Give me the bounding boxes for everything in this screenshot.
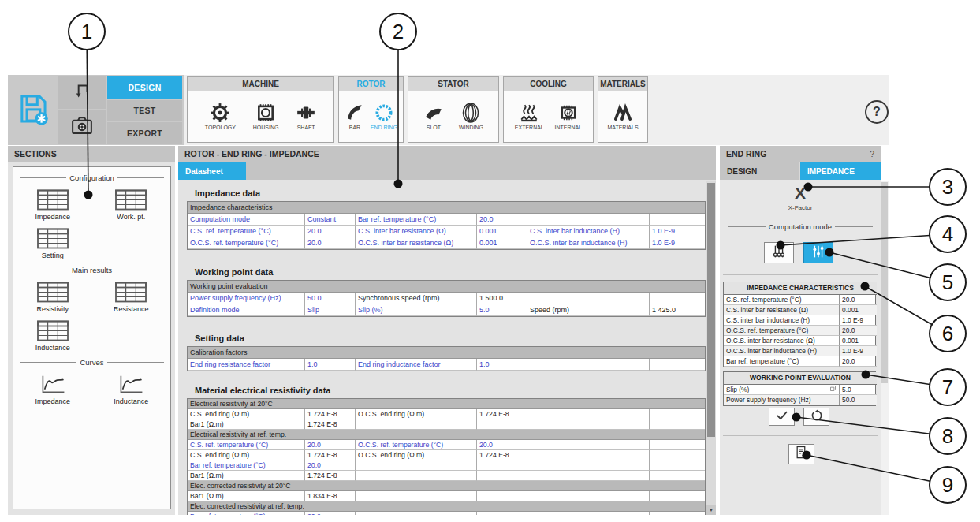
screenshot-button[interactable] [58,110,106,144]
datasheet-table: Working point evaluationPower supply fre… [187,280,706,317]
toolbar-item-external[interactable]: EXTERNAL [515,103,544,130]
section-heading: Setting data [195,334,716,343]
sliders-mixed-icon [810,243,827,263]
computation-mode-variable-button[interactable] [803,242,833,263]
tab-panel-design[interactable]: DESIGN [720,162,800,180]
sidebar-item-inductance[interactable]: Inductance [92,374,171,405]
param-value[interactable]: 1.0 E-9 [840,315,877,326]
toolbar-groups: MACHINETOPOLOGYHOUSINGSHAFTROTORBAREND R… [187,76,648,143]
param-label: O.C.S. ref. temperature (°C) [724,326,840,336]
param-value[interactable]: 20.0 [305,460,356,471]
param-label [527,419,650,430]
param-value[interactable]: 5.0 [477,304,527,316]
endring-panel: X X-Factor Computation mode IMPEDANCE CH… [720,180,881,515]
param-label [356,512,477,515]
toolbar-item-topology[interactable]: TOPOLOGY [205,103,236,130]
x-factor-button[interactable]: X [720,185,881,201]
sidebar-item-impedance[interactable]: Impedance [13,374,92,405]
param-value[interactable]: 20.0 [840,326,877,336]
housing-icon [255,103,276,123]
result-value [650,512,705,515]
tab-panel-impedance[interactable]: IMPEDANCE [800,162,881,180]
param-value[interactable]: 50.0 [305,293,356,304]
param-label [527,491,650,501]
toolbar-item-end-ring[interactable]: END RING [371,103,397,130]
save-icon [15,91,51,130]
tab-test[interactable]: TEST [107,100,182,121]
sidebar-item-setting[interactable]: Setting [13,228,92,259]
param-label [527,450,650,460]
sidebar-item-work-pt-[interactable]: Work. pt. [92,189,171,221]
param-value[interactable]: 20.0 [305,512,356,515]
save-button[interactable] [9,76,57,144]
panel-help-icon[interactable]: ? [870,149,874,158]
toolbar-group-cooling: COOLINGEXTERNALINTERNAL [503,76,594,143]
param-value[interactable]: Constant [305,214,356,226]
sidebar-item-label: Inductance [35,344,70,352]
param-label: Bar1 (Ω.m) [188,471,305,481]
result-value [477,471,527,481]
tab-export[interactable]: EXPORT [107,122,182,144]
param-value[interactable]: 20.0 [477,214,527,226]
table-group-header: Electrical resistivity at ref. temp. [188,430,705,440]
param-value[interactable]: 0.001 [840,336,877,346]
param-value[interactable]: 50.0 [840,395,877,405]
result-value: 1.724 E-8 [305,409,356,419]
table-icon [115,282,147,303]
param-label: O.C.S. inter bar resistance (Ω) [724,336,840,346]
param-value[interactable]: 20.0 [840,356,877,367]
param-value[interactable]: 20.0 [477,440,527,450]
param-value[interactable]: 1.0 E-9 [840,346,877,356]
toolbar-item-shaft[interactable]: SHAFT [296,103,316,130]
toolbar-item-materials[interactable]: MATERIALS [607,103,638,130]
param-value[interactable]: 0.001 [477,226,527,237]
toolbar-item-housing[interactable]: HOUSING [253,103,279,130]
param-value[interactable]: 1.0 [477,359,527,371]
toolbar-item-label: EXTERNAL [515,125,544,130]
param-value[interactable]: 20.0 [305,440,356,450]
param-value[interactable]: 20.0 [840,295,877,305]
tab-datasheet[interactable]: Datasheet [178,162,246,180]
toolbar-item-internal[interactable]: INTERNAL [555,103,583,130]
sidebar-item-label: Resistance [114,305,149,313]
param-value[interactable]: Slip [305,304,356,316]
table-group-header: Elec. corrected resistivity at 20°C [188,481,705,491]
toolbar-item-bar[interactable]: BAR [345,103,365,130]
tab-design[interactable]: DESIGN [107,76,182,99]
computation-mode-constant-button[interactable] [764,242,794,263]
param-label: Power supply frequency (Hz) [188,293,305,304]
param-value[interactable]: 20.0 [305,226,356,237]
panel-scrollbar-thumb[interactable] [881,182,888,383]
toolbar-item-label: WINDING [459,125,483,130]
param-value[interactable]: 1.0 E-9 [650,226,705,237]
param-value[interactable]: 20.0 [305,237,356,249]
param-value[interactable]: 1.0 [305,359,356,371]
toolbar-item-label: INTERNAL [555,125,583,130]
toolbar-item-winding[interactable]: WINDING [459,103,483,130]
table-group-header: Impedance characteristics [188,202,705,214]
toolbar-group-body: MATERIALS [598,91,647,142]
toolbar-item-slot[interactable]: SLOT [423,103,444,130]
reset-button[interactable] [803,408,829,426]
help-icon[interactable]: ? [865,100,889,124]
undo-button[interactable] [58,76,106,109]
param-label: O.C.S. ref. temperature (°C) [356,440,477,450]
sidebar-item-resistivity[interactable]: Resistivity [13,282,92,313]
apply-button[interactable] [769,408,795,426]
sidebar-item-impedance[interactable]: Impedance [13,189,92,221]
datasheet-table: Calibration factorsEnd ring resistance f… [187,346,706,371]
table-icon [37,189,69,211]
param-value[interactable]: 5.0 [840,385,877,395]
checkmark-icon [775,408,789,426]
param-value[interactable]: 1.0 E-9 [650,237,705,249]
scrollbar-thumb[interactable] [707,183,715,437]
sidebar-item-inductance[interactable]: Inductance [13,320,92,352]
sidebar-item-label: Impedance [35,397,70,405]
export-report-button[interactable] [788,444,814,464]
param-value[interactable]: 0.001 [477,237,527,249]
panel-tabrow: DESIGN IMPEDANCE [720,162,881,180]
scrollbar-down-arrow[interactable]: ▼ [706,505,716,515]
page-title: ROTOR - END RING - IMPEDANCE [184,149,319,158]
sidebar-item-resistance[interactable]: Resistance [92,282,171,313]
param-value[interactable]: 0.001 [840,305,877,315]
